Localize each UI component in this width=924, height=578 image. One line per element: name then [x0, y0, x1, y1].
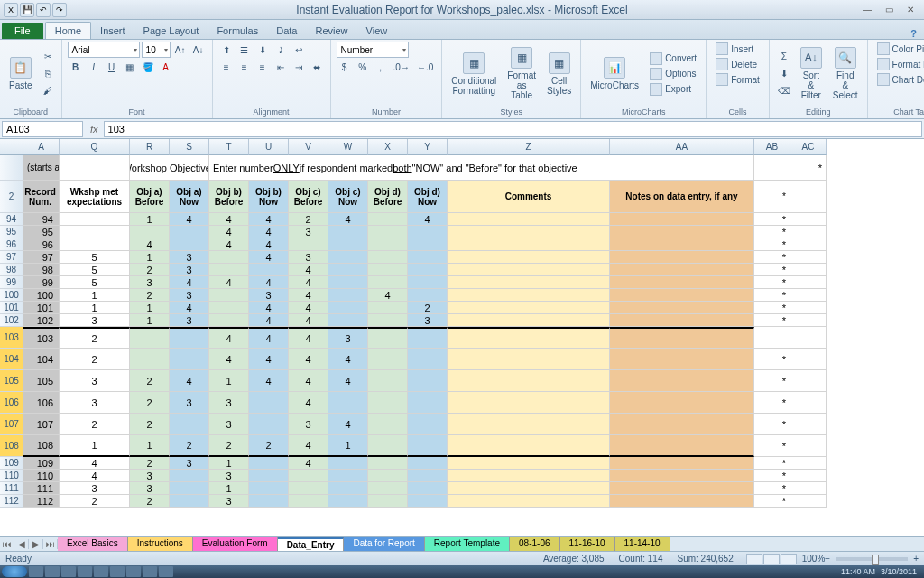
cell[interactable]: 1 — [328, 435, 368, 457]
cell[interactable] — [368, 482, 408, 495]
row-header[interactable]: 96 — [0, 238, 23, 251]
row-header[interactable]: 109 — [0, 457, 23, 470]
cell[interactable] — [610, 226, 754, 238]
minimize-icon[interactable]: — — [857, 3, 877, 17]
cell[interactable] — [790, 302, 827, 314]
zoom-out-button[interactable]: − — [825, 554, 830, 564]
cell[interactable] — [408, 327, 448, 349]
cell[interactable] — [790, 226, 827, 238]
cell[interactable]: 2 — [60, 495, 130, 508]
cell[interactable] — [790, 457, 827, 470]
cell[interactable]: 1 — [130, 302, 170, 314]
cell[interactable]: 105 — [23, 370, 60, 392]
cell[interactable] — [368, 226, 408, 238]
cell[interactable]: * — [754, 349, 790, 370]
cell[interactable]: 3 — [130, 276, 170, 289]
cell[interactable] — [408, 392, 448, 414]
column-header[interactable]: T — [209, 139, 249, 155]
sheet-tab[interactable]: Evaluation Form — [193, 537, 278, 551]
cell[interactable]: 109 — [23, 457, 60, 470]
increase-decimal-button[interactable]: .0→ — [391, 59, 412, 75]
cell[interactable] — [610, 251, 754, 264]
cell[interactable] — [328, 495, 368, 508]
cell[interactable] — [790, 327, 827, 349]
cell[interactable] — [289, 482, 328, 495]
row-header[interactable]: 97 — [0, 251, 23, 264]
cell[interactable] — [448, 226, 610, 238]
column-header[interactable]: AC — [790, 139, 827, 155]
cell[interactable]: 3 — [209, 414, 249, 435]
italic-button[interactable]: I — [86, 59, 102, 75]
restore-icon[interactable]: ▭ — [879, 3, 899, 17]
cell[interactable] — [448, 414, 610, 435]
cell[interactable] — [60, 238, 130, 251]
cell[interactable]: 1 — [209, 457, 249, 470]
cell[interactable]: 1 — [60, 435, 130, 457]
help-icon[interactable]: ? — [903, 28, 924, 39]
cell[interactable] — [170, 349, 209, 370]
cell[interactable] — [249, 470, 289, 482]
cell[interactable]: 1 — [130, 251, 170, 264]
cell[interactable] — [368, 327, 408, 349]
cell[interactable]: 4 — [170, 370, 209, 392]
cell[interactable] — [408, 264, 448, 276]
tab-insert[interactable]: Insert — [91, 23, 134, 39]
cell[interactable]: 2 — [60, 414, 130, 435]
cell[interactable] — [448, 470, 610, 482]
cell[interactable] — [249, 457, 289, 470]
cell[interactable] — [368, 435, 408, 457]
cell[interactable]: 1 — [130, 435, 170, 457]
column-header[interactable]: A — [23, 139, 60, 155]
tab-view[interactable]: View — [357, 23, 397, 39]
cell[interactable]: 4 — [249, 238, 289, 251]
cell[interactable]: 1 — [209, 370, 249, 392]
cell[interactable]: 4 — [289, 264, 328, 276]
cell[interactable] — [408, 349, 448, 370]
options-button[interactable]: Options — [646, 67, 700, 81]
cell[interactable] — [790, 482, 827, 495]
cell[interactable]: 4 — [249, 370, 289, 392]
cell[interactable]: * — [754, 264, 790, 276]
cell[interactable]: 1 — [130, 213, 170, 226]
row-header[interactable]: 107 — [0, 414, 23, 435]
cell[interactable] — [610, 470, 754, 482]
tab-formulas[interactable]: Formulas — [208, 23, 267, 39]
name-box[interactable]: A103 — [2, 121, 83, 137]
cell[interactable] — [368, 392, 408, 414]
cell[interactable]: 4 — [289, 457, 328, 470]
sheet-tab[interactable]: 11-14-10 — [615, 537, 670, 551]
format-cells-button[interactable]: Format — [712, 72, 763, 87]
cell[interactable] — [790, 314, 827, 327]
cell[interactable]: 104 — [23, 349, 60, 370]
cell[interactable]: 3 — [209, 495, 249, 508]
cell[interactable] — [368, 251, 408, 264]
cell[interactable] — [408, 276, 448, 289]
cell[interactable]: 4 — [289, 327, 328, 349]
cell[interactable]: 3 — [408, 314, 448, 327]
cell[interactable]: 103 — [23, 327, 60, 349]
cell[interactable] — [790, 392, 827, 414]
cell[interactable] — [448, 302, 610, 314]
cell[interactable]: Comments — [448, 181, 610, 213]
cell[interactable]: * — [754, 435, 790, 457]
cell[interactable] — [790, 470, 827, 482]
tab-home[interactable]: Home — [45, 22, 91, 39]
taskbar-word-icon[interactable] — [110, 566, 125, 577]
cell[interactable] — [60, 155, 130, 181]
cell[interactable]: 3 — [60, 392, 130, 414]
chart-defaults-button[interactable]: Chart Defaults — [873, 72, 924, 87]
cell[interactable]: 4 — [249, 349, 289, 370]
taskbar-firefox-icon[interactable] — [45, 566, 60, 577]
cell[interactable]: 4 — [289, 392, 328, 414]
align-middle-button[interactable]: ☰ — [236, 42, 253, 58]
cell[interactable]: 3 — [170, 392, 209, 414]
cell[interactable] — [610, 213, 754, 226]
cell[interactable] — [408, 470, 448, 482]
cell[interactable] — [448, 213, 610, 226]
cell[interactable] — [448, 435, 610, 457]
sort-filter-button[interactable]: A↓Sort & Filter — [797, 42, 826, 106]
cell[interactable]: 4 — [170, 213, 209, 226]
format-as-table-button[interactable]: ▦Format as Table — [504, 42, 540, 106]
cell[interactable] — [448, 349, 610, 370]
cell[interactable] — [610, 482, 754, 495]
